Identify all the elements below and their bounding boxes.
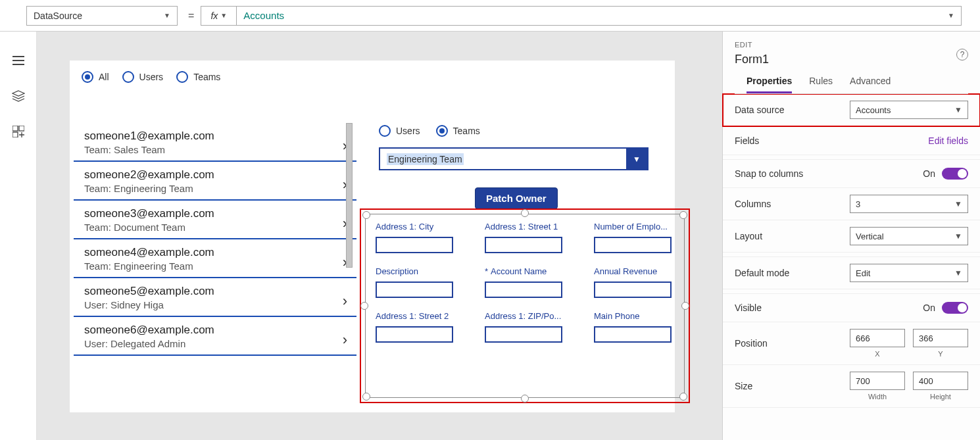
property-dropdown-value: DataSource [34, 11, 82, 21]
equals-label: = [188, 10, 194, 22]
field-input[interactable] [594, 237, 672, 253]
patch-owner-button[interactable]: Patch Owner [475, 187, 558, 209]
prop-label: Default mode [735, 268, 789, 278]
list-item[interactable]: someone2@example.comTeam: Engineering Te… [74, 162, 356, 201]
field-card[interactable]: Address 1: City [376, 222, 474, 253]
default-mode-dropdown[interactable]: Edit ▼ [850, 264, 968, 282]
radio-users-label: Users [139, 72, 164, 82]
field-input[interactable] [594, 326, 672, 343]
field-card[interactable]: *Account Name [485, 266, 583, 298]
fx-icon: fx [210, 11, 218, 21]
position-y-input[interactable]: 366 [913, 329, 968, 347]
field-input[interactable] [376, 326, 453, 343]
list-item[interactable]: someone1@example.comTeam: Sales Team› [74, 123, 356, 162]
canvas-area[interactable]: All Users Teams someone1@example.comTeam… [37, 32, 722, 440]
field-card[interactable]: Address 1: Street 1 [485, 222, 583, 253]
field-label: Annual Revenue [594, 266, 686, 276]
list-item[interactable]: someone5@example.comUser: Sidney Higa› [74, 278, 356, 317]
tab-advanced[interactable]: Advanced [850, 76, 891, 93]
default-mode-value: Edit [856, 268, 870, 278]
layout-dropdown[interactable]: Vertical ▼ [850, 227, 968, 245]
prop-label: Columns [735, 199, 771, 209]
tab-properties[interactable]: Properties [747, 76, 792, 93]
formula-input[interactable]: Accounts ▼ [236, 6, 962, 26]
svg-rect-2 [12, 132, 18, 137]
list-item[interactable]: someone6@example.comUser: Delegated Admi… [74, 317, 356, 356]
prop-label: Layout [735, 231, 762, 241]
list-item-email: someone6@example.com [84, 324, 351, 337]
property-dropdown[interactable]: DataSource ▼ [26, 6, 178, 26]
resize-handle[interactable] [521, 209, 529, 217]
list-item[interactable]: someone4@example.comTeam: Engineering Te… [74, 239, 356, 278]
list-item-sub: Team: Engineering Team [84, 260, 351, 272]
properties-header: EDIT Form1 ? Properties Rules Advanced [723, 32, 980, 94]
resize-handle[interactable] [679, 211, 687, 219]
team-dropdown[interactable]: Engineering Team ▼ [379, 147, 649, 170]
chevron-right-icon: › [343, 331, 347, 349]
field-input[interactable] [485, 326, 562, 343]
resize-handle[interactable] [362, 393, 370, 401]
field-input[interactable] [376, 237, 453, 253]
data-source-dropdown[interactable]: Accounts ▼ [850, 101, 968, 119]
control-name: Form1 [735, 53, 968, 66]
layers-icon[interactable] [12, 89, 25, 103]
field-label-text: Account Name [491, 266, 547, 276]
size-h-label: Height [930, 393, 951, 401]
size-width-input[interactable]: 700 [850, 372, 905, 390]
resize-handle[interactable] [360, 302, 368, 310]
position-x-input[interactable]: 666 [850, 329, 905, 347]
required-indicator: * [485, 266, 488, 276]
prop-default-mode: Default mode Edit ▼ [723, 257, 980, 289]
field-card[interactable]: Address 1: ZIP/Po... [485, 311, 583, 343]
prop-columns: Columns 3 ▼ [723, 188, 980, 220]
list-item-email: someone5@example.com [84, 285, 351, 298]
filter-radio-group-2: Users Teams [379, 125, 480, 137]
field-card[interactable]: Address 1: Street 2 [376, 311, 474, 343]
size-height-input[interactable]: 400 [913, 372, 968, 390]
scrollbar[interactable] [346, 123, 353, 268]
field-label: Address 1: City [376, 222, 468, 232]
tab-rules[interactable]: Rules [809, 76, 833, 93]
chevron-down-icon: ▼ [954, 199, 962, 208]
field-card[interactable]: Description [376, 266, 474, 298]
radio-all[interactable]: All [82, 71, 109, 83]
data-source-value: Accounts [856, 105, 891, 115]
columns-dropdown[interactable]: 3 ▼ [850, 195, 968, 213]
prop-layout: Layout Vertical ▼ [723, 220, 980, 253]
radio-teams[interactable]: Teams [176, 71, 220, 83]
field-input[interactable] [485, 237, 562, 253]
help-icon[interactable]: ? [956, 49, 968, 61]
prop-label: Fields [735, 135, 759, 146]
field-card[interactable]: Number of Emplo... [594, 222, 693, 253]
snap-toggle[interactable] [942, 168, 968, 180]
field-input[interactable] [485, 281, 562, 298]
field-label: Address 1: ZIP/Po... [485, 311, 577, 321]
field-input[interactable] [376, 281, 453, 298]
insert-icon[interactable] [12, 125, 25, 138]
resize-handle[interactable] [362, 211, 370, 219]
field-input[interactable] [594, 281, 672, 298]
list-item-sub: Team: Sales Team [84, 144, 351, 155]
field-label: Main Phone [594, 311, 686, 321]
resize-handle[interactable] [679, 393, 687, 401]
list-item-email: someone2@example.com [84, 168, 351, 182]
toggle-value: On [923, 303, 935, 313]
form1-selection[interactable]: Address 1: City Address 1: Street 1 Numb… [360, 208, 690, 403]
edit-fields-link[interactable]: Edit fields [928, 135, 968, 146]
field-card[interactable]: Main Phone [594, 311, 693, 343]
form-fields: Address 1: City Address 1: Street 1 Numb… [376, 222, 693, 343]
hamburger-icon[interactable] [12, 54, 25, 67]
list-item[interactable]: someone3@example.comTeam: Document Team› [74, 201, 356, 239]
main-area: All Users Teams someone1@example.comTeam… [0, 32, 980, 440]
list-item-sub: Team: Engineering Team [84, 183, 351, 194]
field-card[interactable]: Annual Revenue [594, 266, 693, 298]
resize-handle[interactable] [521, 395, 529, 403]
radio-users-2[interactable]: Users [379, 125, 420, 137]
team-dropdown-value: Engineering Team [387, 153, 464, 165]
radio-users[interactable]: Users [122, 71, 164, 83]
radio-teams-2[interactable]: Teams [436, 125, 480, 137]
visible-toggle[interactable] [942, 302, 968, 314]
fx-button[interactable]: fx ▼ [201, 6, 236, 26]
list-item-email: someone1@example.com [84, 130, 351, 143]
radio-icon [379, 125, 391, 137]
